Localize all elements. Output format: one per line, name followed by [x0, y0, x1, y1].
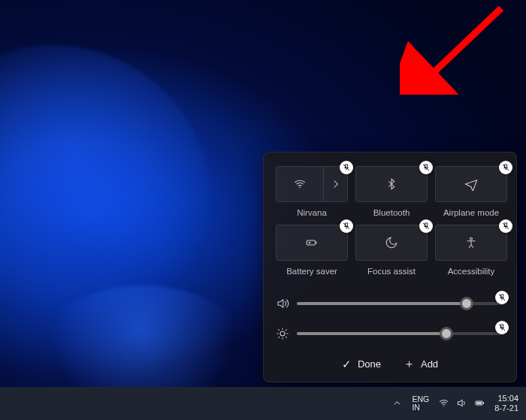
tile-battery-saver: Battery saver	[276, 225, 348, 276]
tile-wifi: Nirvana	[276, 166, 348, 217]
svg-point-1	[299, 187, 301, 189]
quick-settings-panel: Nirvana Bluetooth Airplane mode	[263, 152, 517, 382]
svg-point-4	[280, 331, 285, 336]
volume-icon	[276, 297, 289, 310]
airplane-label: Airplane mode	[443, 208, 499, 217]
svg-rect-2	[307, 240, 315, 245]
quick-settings-footer: ✓ Done ＋ Add	[276, 354, 504, 371]
volume-slider[interactable]	[297, 302, 504, 305]
wifi-icon	[293, 177, 307, 191]
tile-accessibility: Accessibility	[435, 225, 507, 276]
clock-date: 8-7-21	[494, 403, 518, 413]
tile-bluetooth: Bluetooth	[355, 166, 428, 217]
unpin-icon	[501, 163, 510, 172]
accessibility-unpin-button[interactable]	[499, 219, 512, 233]
focus-assist-toggle[interactable]	[355, 225, 428, 261]
bluetooth-icon	[385, 177, 398, 191]
battery-saver-toggle[interactable]	[276, 225, 348, 261]
battery-saver-unpin-button[interactable]	[340, 219, 353, 233]
add-button[interactable]: ＋ Add	[404, 357, 438, 371]
unpin-icon	[501, 222, 510, 231]
tile-airplane: Airplane mode	[435, 166, 507, 217]
wifi-toggle[interactable]	[276, 166, 348, 202]
system-tray: ENG IN 15:04 8-7-21	[391, 394, 518, 412]
taskbar-clock[interactable]: 15:04 8-7-21	[494, 394, 518, 412]
annotation-arrow	[400, 5, 505, 95]
wifi-label: Nirvana	[297, 208, 327, 217]
brightness-slider-row	[276, 324, 504, 343]
taskbar: ENG IN 15:04 8-7-21	[0, 387, 526, 420]
unpin-icon	[497, 293, 506, 302]
wifi-unpin-button[interactable]	[340, 161, 353, 174]
brightness-slider[interactable]	[297, 332, 504, 335]
bluetooth-label: Bluetooth	[373, 208, 410, 217]
unpin-icon	[422, 163, 431, 172]
bluetooth-toggle[interactable]	[355, 166, 428, 202]
add-label: Add	[421, 358, 438, 370]
svg-rect-7	[476, 402, 482, 404]
airplane-toggle[interactable]	[435, 166, 507, 202]
svg-point-5	[443, 405, 444, 406]
tray-status-icons[interactable]	[438, 397, 485, 410]
done-label: Done	[358, 358, 381, 370]
battery-saver-icon	[305, 236, 319, 249]
tray-volume-icon	[456, 397, 467, 410]
chevron-up-icon	[391, 397, 403, 409]
brightness-unpin-button[interactable]	[495, 321, 509, 334]
check-icon: ✓	[342, 358, 352, 371]
unpin-icon	[342, 222, 351, 231]
tile-focus-assist: Focus assist	[355, 225, 428, 276]
focus-assist-label: Focus assist	[367, 267, 416, 276]
tray-overflow-button[interactable]	[391, 397, 403, 410]
volume-unpin-button[interactable]	[495, 291, 509, 304]
focus-assist-icon	[385, 236, 398, 249]
language-line2: IN	[412, 403, 420, 412]
plus-icon: ＋	[404, 357, 415, 371]
tray-battery-icon	[474, 397, 485, 410]
clock-time: 15:04	[497, 394, 518, 403]
battery-saver-label: Battery saver	[286, 267, 337, 276]
tray-wifi-icon	[438, 397, 449, 410]
svg-point-3	[470, 237, 473, 240]
volume-slider-row	[276, 294, 504, 313]
accessibility-toggle[interactable]	[435, 225, 507, 261]
unpin-icon	[497, 323, 506, 332]
airplane-unpin-button[interactable]	[499, 161, 512, 174]
accessibility-icon	[464, 236, 478, 249]
language-indicator[interactable]: ENG IN	[412, 395, 429, 412]
airplane-icon	[464, 177, 478, 191]
chevron-right-icon	[329, 177, 343, 191]
done-button[interactable]: ✓ Done	[342, 357, 381, 371]
unpin-icon	[422, 222, 431, 231]
accessibility-label: Accessibility	[448, 267, 495, 276]
bluetooth-unpin-button[interactable]	[419, 161, 433, 174]
focus-assist-unpin-button[interactable]	[419, 219, 433, 233]
quick-settings-tile-grid: Nirvana Bluetooth Airplane mode	[276, 166, 504, 276]
brightness-icon	[276, 327, 289, 340]
svg-line-0	[426, 8, 501, 80]
unpin-icon	[342, 163, 351, 172]
